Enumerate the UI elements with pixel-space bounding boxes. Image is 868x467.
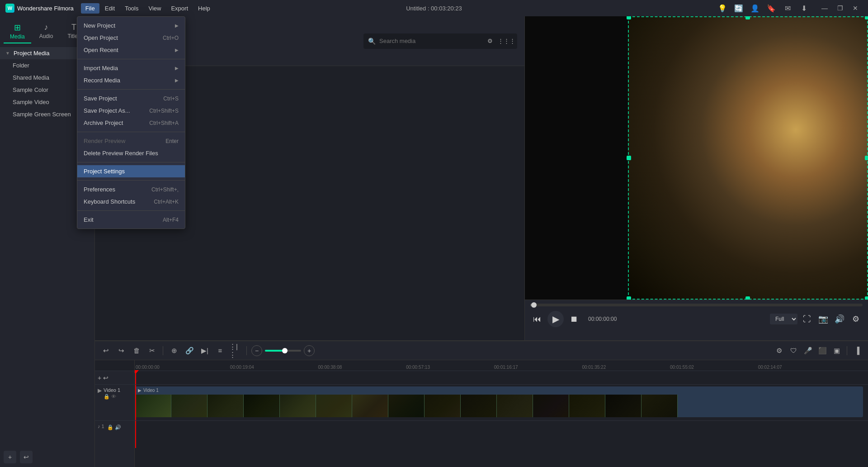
save-project-as-label: Save Project As...	[84, 107, 130, 114]
new-project-label: New Project	[84, 22, 115, 29]
menu-save-project[interactable]: Save Project Ctrl+S	[77, 92, 185, 105]
shield-icon[interactable]: 🛡	[787, 344, 800, 357]
playhead-marker	[135, 370, 139, 374]
handle-right-icon[interactable]: ▐	[851, 344, 863, 357]
timeline-content: + ↩ ▶ Video 1 🔒 👁	[95, 360, 868, 467]
redo-button[interactable]: ↪	[115, 344, 127, 357]
window-title: Untitled : 00:03:20:23	[406, 5, 462, 12]
menu-preferences[interactable]: Preferences Ctrl+Shift+,	[77, 183, 185, 195]
menu-export[interactable]: Export	[166, 3, 193, 14]
add-folder-button[interactable]: +	[4, 451, 16, 463]
maximize-button[interactable]: ❐	[833, 2, 847, 14]
video-clip[interactable]: ▶ Video 1	[135, 386, 863, 417]
lightbulb-icon[interactable]: 💡	[716, 2, 729, 14]
grid-view-icon[interactable]: ⋮⋮⋮	[500, 35, 513, 48]
sync-icon[interactable]: 🔄	[732, 2, 745, 14]
title-bar-right: 💡 🔄 👤 🔖 ✉ ⬇ — ❐ ✕	[716, 2, 863, 14]
link-button[interactable]: 🔗	[183, 344, 196, 357]
time-2: 00:00:38:08	[318, 365, 342, 370]
align-button[interactable]: ≡	[214, 344, 226, 357]
volume-icon[interactable]: 🔊	[833, 312, 846, 326]
search-input[interactable]	[379, 38, 480, 44]
snapshot-icon[interactable]: 📷	[816, 312, 830, 326]
menu-exit[interactable]: Exit Alt+F4	[77, 214, 185, 226]
snap-button[interactable]: ⋮|⋮	[229, 344, 242, 357]
menu-tools[interactable]: Tools	[120, 3, 143, 14]
mic-icon[interactable]: 🎤	[802, 344, 814, 357]
time-4: 00:01:16:17	[494, 365, 518, 370]
menu-section-6: Preferences Ctrl+Shift+, Keyboard Shortc…	[77, 182, 185, 209]
tab-media[interactable]: ⊞ Media	[4, 20, 31, 43]
menu-archive-project[interactable]: Archive Project Ctrl+Shift+A	[77, 117, 185, 129]
filter-icon[interactable]: ⚙	[484, 35, 496, 48]
play-button[interactable]: ▶	[547, 311, 564, 327]
tab-audio[interactable]: ♪ Audio	[33, 20, 60, 43]
import-track-icon[interactable]: ↩	[103, 374, 108, 381]
close-button[interactable]: ✕	[848, 2, 863, 14]
zoom-select[interactable]: Full 50% 25%	[770, 314, 797, 324]
track-lock-icon[interactable]: 🔒	[104, 394, 110, 400]
project-settings-label: Project Settings	[84, 168, 125, 175]
import-button[interactable]: ↩	[20, 451, 33, 463]
zoom-in-button[interactable]: +	[304, 345, 315, 356]
open-recent-label: Open Recent	[84, 47, 118, 53]
menu-file[interactable]: File	[81, 3, 99, 14]
menu-view[interactable]: View	[144, 3, 165, 14]
video-track: ▶ Video 1	[135, 385, 868, 421]
settings-2-icon[interactable]: ⚙	[773, 344, 785, 357]
scene-right	[628, 16, 868, 300]
save-project-label: Save Project	[84, 95, 117, 102]
menu-section-3: Save Project Ctrl+S Save Project As... C…	[77, 91, 185, 130]
settings-icon[interactable]: ⚙	[849, 312, 863, 326]
bookmark-icon[interactable]: 🔖	[765, 2, 778, 14]
menu-delete-preview[interactable]: Delete Preview Render Files	[77, 147, 185, 159]
menu-project-settings[interactable]: Project Settings	[77, 165, 185, 177]
menu-open-project[interactable]: Open Project Ctrl+O	[77, 32, 185, 44]
zoom-slider[interactable]	[265, 350, 301, 352]
minimize-button[interactable]: —	[817, 2, 832, 14]
track-visible-icon[interactable]: 👁	[111, 394, 116, 400]
caption-icon[interactable]: ⬛	[816, 344, 829, 357]
stop-button[interactable]: ⏹	[567, 312, 581, 326]
time-1: 00:00:19:04	[230, 365, 254, 370]
preferences-shortcut: Ctrl+Shift+,	[151, 186, 179, 193]
delete-button[interactable]: 🗑	[130, 344, 143, 357]
open-recent-arrow: ▶	[175, 48, 179, 52]
window-controls: — ❐ ✕	[817, 2, 863, 14]
audio-lock-icon[interactable]: 🔒	[107, 424, 113, 430]
menu-import-media[interactable]: Import Media ▶	[77, 62, 185, 74]
render-preview-shortcut: Enter	[165, 138, 179, 144]
overlay-icon[interactable]: ▣	[830, 344, 843, 357]
menu-help[interactable]: Help	[193, 3, 215, 14]
menu-save-project-as[interactable]: Save Project As... Ctrl+Shift+S	[77, 105, 185, 117]
cut-button[interactable]: ✂	[146, 344, 158, 357]
user-icon[interactable]: 👤	[749, 2, 761, 14]
toolbar-separator	[163, 346, 163, 355]
menu-new-project[interactable]: New Project ▶	[77, 19, 185, 32]
undo-button[interactable]: ↩	[99, 344, 112, 357]
zoom-out-button[interactable]: −	[251, 345, 262, 356]
forward-button[interactable]: ▶|	[198, 344, 211, 357]
rewind-button[interactable]: ⏮	[530, 312, 544, 326]
menu-keyboard-shortcuts[interactable]: Keyboard Shortcuts Ctrl+Alt+K	[77, 195, 185, 208]
save-project-shortcut: Ctrl+S	[163, 95, 179, 102]
menu-edit[interactable]: Edit	[100, 3, 119, 14]
expand-arrow-icon: ▼	[5, 51, 10, 56]
import-media-label: Import Media	[84, 65, 118, 71]
save-project-as-shortcut: Ctrl+Shift+S	[149, 108, 179, 114]
download-icon[interactable]: ⬇	[797, 2, 810, 14]
menu-open-recent[interactable]: Open Recent ▶	[77, 44, 185, 56]
timeline-tracks: 00:00:00:00 00:00:19:04 00:00:38:08 00:0…	[135, 360, 868, 467]
add-track-button[interactable]: ⊕	[168, 344, 180, 357]
search-icon: 🔍	[368, 38, 376, 45]
audio-mute-icon[interactable]: 🔊	[115, 424, 121, 430]
menu-record-media[interactable]: Record Media ▶	[77, 74, 185, 86]
timeline-labels: + ↩ ▶ Video 1 🔒 👁	[95, 360, 135, 467]
add-track-icon[interactable]: +	[98, 374, 101, 381]
keyboard-shortcuts-shortcut: Ctrl+Alt+K	[154, 199, 179, 205]
mail-icon[interactable]: ✉	[781, 2, 794, 14]
record-media-label: Record Media	[84, 77, 120, 84]
progress-bar[interactable]	[530, 304, 863, 306]
fullscreen-icon[interactable]: ⛶	[800, 312, 814, 326]
exit-label: Exit	[84, 216, 94, 223]
